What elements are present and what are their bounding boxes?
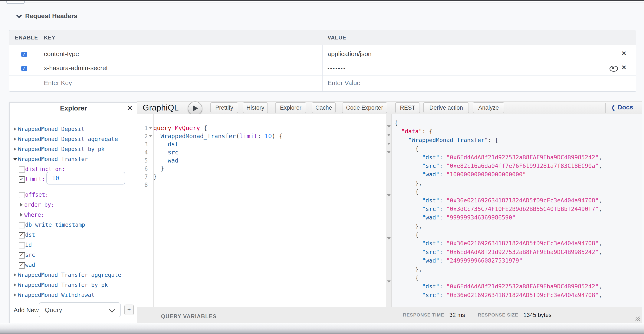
explorer-item[interactable]: dst <box>10 232 137 241</box>
explorer-item-label[interactable]: id <box>25 242 32 248</box>
checkbox-unchecked[interactable] <box>19 166 25 173</box>
query-editor[interactable]: 1query MyQuery {2 WrappedMonad_Transfer(… <box>137 114 386 307</box>
toolbar-button-derive-action[interactable]: Derive action <box>423 102 469 113</box>
operation-type-select[interactable]: Query <box>39 302 120 317</box>
response-size-value: 1345 bytes <box>524 312 552 318</box>
explorer-item[interactable]: order_by: <box>10 202 137 211</box>
explorer-item-label[interactable]: dst <box>25 232 35 238</box>
caret-right-icon[interactable] <box>14 283 16 287</box>
explorer-item[interactable]: WrappedMonad_Transfer_aggregate <box>10 272 137 281</box>
enable-checkbox[interactable]: ✓ <box>21 52 27 57</box>
caret-right-icon[interactable] <box>14 137 16 141</box>
fold-arrow-icon[interactable] <box>387 237 390 240</box>
checkbox-checked[interactable] <box>19 232 25 238</box>
docs-link[interactable]: ❮Docs <box>611 104 633 111</box>
resize-handle-icon[interactable] <box>636 316 640 321</box>
caret-right-icon[interactable] <box>14 127 16 131</box>
toolbar-button-cache[interactable]: Cache <box>312 102 336 113</box>
reveal-eye-icon[interactable] <box>610 66 618 72</box>
checkbox-checked[interactable] <box>19 262 25 268</box>
code-token: }, <box>394 180 422 187</box>
explorer-item-label[interactable]: distinct_on: <box>25 166 65 172</box>
code-token: }, <box>394 266 422 273</box>
header-key[interactable]: x-hasura-admin-secret <box>44 64 108 72</box>
header-value[interactable]: application/json <box>328 50 372 58</box>
toolbar-button-explorer[interactable]: Explorer <box>275 102 306 113</box>
fold-arrow-icon[interactable] <box>387 280 390 283</box>
explorer-item-label[interactable]: WrappedMonad_Withdrawal <box>18 292 94 298</box>
key-input-placeholder[interactable]: Enter Key <box>44 79 72 87</box>
explorer-item[interactable]: WrappedMonad_Deposit <box>10 126 137 135</box>
fold-arrow-icon[interactable] <box>387 194 390 197</box>
explorer-item[interactable]: WrappedMonad_Transfer_by_pk <box>10 282 137 291</box>
explorer-item-label[interactable]: src <box>25 252 35 258</box>
toolbar-button-rest[interactable]: REST <box>395 102 420 113</box>
caret-right-icon[interactable] <box>20 213 22 217</box>
remove-header-icon[interactable]: ✕ <box>622 50 626 57</box>
caret-right-icon[interactable] <box>14 147 16 151</box>
code-token: { <box>394 145 419 152</box>
code-line: } <box>153 165 164 173</box>
response-line: "wad": "999999346369986590" <box>392 213 635 222</box>
toolbar-button-prettify[interactable]: Prettify <box>210 102 238 113</box>
explorer-item-label[interactable]: WrappedMonad_Deposit_by_pk <box>18 146 104 152</box>
explorer-item[interactable]: db_write_timestamp <box>10 222 137 231</box>
limit-value-input[interactable]: 10 <box>46 172 125 185</box>
explorer-item-label[interactable]: wad <box>25 262 35 268</box>
toolbar-button-analyze[interactable]: Analyze <box>473 102 504 113</box>
response-scrollbar[interactable] <box>635 114 642 307</box>
explorer-item[interactable]: WrappedMonad_Deposit_aggregate <box>10 136 137 145</box>
fold-arrow-icon[interactable] <box>149 135 152 137</box>
explorer-item[interactable]: id <box>10 242 137 251</box>
column-header: VALUE <box>328 35 346 41</box>
response-line: }, <box>392 179 635 188</box>
toolbar-button-code-exporter[interactable]: Code Exporter <box>342 102 387 113</box>
explorer-item-label[interactable]: limit: <box>25 176 45 182</box>
checkbox-checked[interactable] <box>19 252 25 258</box>
explorer-item[interactable]: wad <box>10 262 137 271</box>
explorer-item[interactable]: offset: <box>10 192 137 201</box>
fold-arrow-icon[interactable] <box>387 134 390 136</box>
caret-right-icon[interactable] <box>14 293 16 297</box>
caret-down-icon[interactable] <box>13 158 17 161</box>
caret-right-icon[interactable] <box>14 273 16 277</box>
value-input-placeholder[interactable]: Enter Value <box>328 79 360 87</box>
explorer-item[interactable]: src <box>10 252 137 261</box>
explorer-item-label[interactable]: WrappedMonad_Transfer_aggregate <box>18 272 121 278</box>
code-token: "0xe82c16a6da04ff7e76F61991281a7f83C18EC… <box>446 162 599 169</box>
explorer-item-label[interactable]: WrappedMonad_Deposit_aggregate <box>18 136 118 142</box>
remove-header-icon[interactable]: ✕ <box>622 64 626 71</box>
close-icon[interactable]: ✕ <box>127 104 133 112</box>
enable-checkbox[interactable]: ✓ <box>21 66 27 71</box>
fold-arrow-icon[interactable] <box>149 127 152 129</box>
checkbox-checked[interactable] <box>19 176 25 183</box>
checkbox-unchecked[interactable] <box>19 242 25 248</box>
response-line: "wad": "24999999660827531979" <box>392 256 635 265</box>
fold-arrow-icon[interactable] <box>387 143 390 145</box>
fold-arrow-icon[interactable] <box>387 125 390 128</box>
explorer-item[interactable]: limit:10 <box>10 176 137 185</box>
explorer-item[interactable]: WrappedMonad_Deposit_by_pk <box>10 146 137 155</box>
explorer-item[interactable]: WrappedMonad_Transfer <box>10 156 137 165</box>
query-variables-bar[interactable]: QUERY VARIABLES <box>137 307 386 323</box>
header-value[interactable]: ••••••• <box>328 65 346 71</box>
column-header: KEY <box>44 35 55 41</box>
toolbar-button-history[interactable]: History <box>243 102 268 113</box>
checkbox-unchecked[interactable] <box>19 222 25 228</box>
explorer-item[interactable]: where: <box>10 212 137 221</box>
explorer-item-label[interactable]: WrappedMonad_Deposit <box>18 126 84 132</box>
explorer-item-label[interactable]: WrappedMonad_Transfer <box>18 156 88 162</box>
explorer-item-label[interactable]: where: <box>24 212 44 218</box>
explorer-item-label[interactable]: order_by: <box>24 202 54 208</box>
caret-right-icon[interactable] <box>20 203 22 207</box>
explorer-item[interactable]: WrappedMonad_Withdrawal <box>10 292 137 301</box>
explorer-item-label[interactable]: WrappedMonad_Transfer_by_pk <box>18 282 108 288</box>
add-operation-button[interactable]: + <box>124 304 134 315</box>
explorer-item-label[interactable]: db_write_timestamp <box>25 222 85 228</box>
explorer-item-label[interactable]: offset: <box>25 192 48 198</box>
fold-arrow-icon[interactable] <box>387 151 390 153</box>
checkbox-unchecked[interactable] <box>19 192 25 198</box>
collapse-chevron-icon[interactable] <box>17 13 21 17</box>
header-key[interactable]: content-type <box>44 50 79 58</box>
execute-query-button[interactable] <box>188 101 202 116</box>
